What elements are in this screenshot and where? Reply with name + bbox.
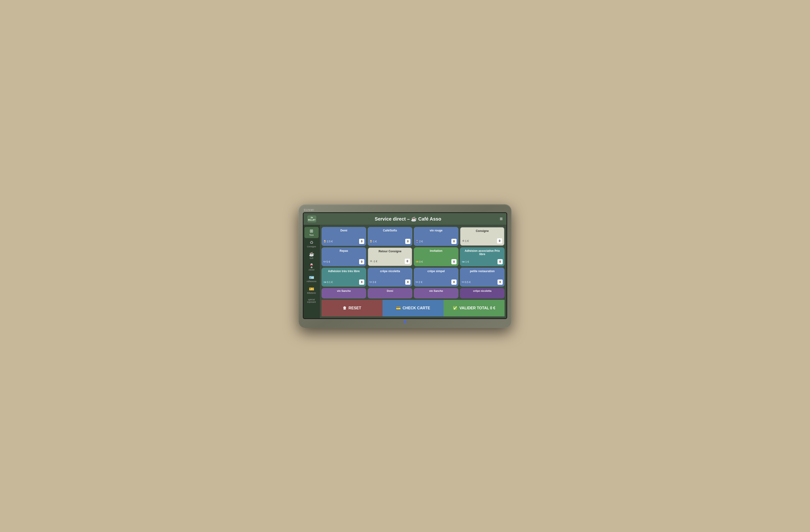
qty-vin: 0 — [451, 239, 457, 244]
price-petite-resto: 🍽 0.5 € — [462, 281, 471, 284]
validate-icon: ✅ — [453, 306, 457, 310]
card-bottom-adhesion-libre: 🪪 0.1 € 0 — [323, 279, 364, 285]
sidebar-item-alcool[interactable]: 🍷 Alcool — [305, 262, 319, 273]
qty-invitation: 0 — [451, 259, 457, 264]
card-bottom-petite-resto: 🍽 0.5 € 0 — [462, 279, 503, 285]
qty-adhesion-asso: 0 — [498, 259, 503, 264]
device-bottom — [303, 319, 507, 324]
product-repas[interactable]: Repas 🍽 5 € 0 — [322, 247, 366, 266]
sidebar-label-billetterie: Billetterie — [307, 292, 316, 294]
qty-cafe: 0 — [405, 239, 410, 244]
product-adhesion-libre[interactable]: Adhésion très très libre 🪪 0.1 € 0 — [322, 268, 366, 287]
product-crepe-nicoletta-2[interactable]: crêpe nicoletta — [460, 288, 505, 299]
sidebar-item-adhesions[interactable]: 🪪 Adhésions — [305, 273, 319, 285]
alcool-icon: 🍷 — [309, 264, 314, 268]
check-carte-button[interactable]: 💳 CHECK CARTE — [383, 300, 443, 317]
product-name-crepe-nicoletta-2: crêpe nicoletta — [462, 289, 502, 292]
check-label: CHECK CARTE — [403, 306, 430, 310]
reset-label: RESET — [349, 306, 361, 310]
product-retour-consigne[interactable]: Retour Consigne ♻ -1 € 0 — [368, 247, 412, 266]
content-area: Demi 🍺 2.5 € 0 Café/Softs — [320, 225, 506, 318]
product-crepe-simpel[interactable]: crêpe simpel 🍽 2 € 0 — [414, 268, 458, 287]
menu-icon[interactable]: ≡ — [500, 216, 503, 222]
product-name-vin-rouge: vin rouge — [416, 229, 457, 232]
price-adhesion-libre: 🪪 0.1 € — [323, 281, 333, 284]
logo: 2eBILLET — [307, 215, 316, 223]
card-bottom-crepe-nicoletta: 🍽 3 € 0 — [370, 279, 410, 285]
sidebar: ⊞ Tous ♻ Consigne ☕ Soft 🍷 Alcool 🪪 — [304, 225, 320, 318]
price-retour: ♻ -1 € — [370, 260, 377, 263]
product-demi-2[interactable]: Demi — [368, 288, 412, 299]
price-vin: 🍷 2 € — [416, 240, 423, 243]
price-repas: 🍽 5 € — [323, 260, 330, 263]
product-name-adhesion-libre: Adhésion très très libre — [323, 270, 364, 273]
device: SUNMI 2eBILLET Service direct – ☕ Café A… — [298, 204, 512, 328]
price-crepe-simpel: 🍽 2 € — [416, 281, 422, 284]
power-led — [404, 321, 406, 323]
product-name-petite-resto: petite restauration — [462, 270, 503, 273]
validate-label: VALIDER TOTAL 0 € — [459, 306, 496, 310]
logo-text: 2eBILLET — [308, 216, 315, 221]
product-grid-row1: Demi 🍺 2.5 € 0 Café/Softs — [322, 227, 505, 246]
price-crepe-nicoletta: 🍽 3 € — [370, 281, 376, 284]
product-invitation[interactable]: Invitation 🎫 0 € 0 — [414, 247, 458, 266]
sidebar-item-tous[interactable]: ⊞ Tous — [305, 227, 319, 238]
product-crepe-nicoletta[interactable]: crêpe nicoletta 🍽 3 € 0 — [368, 268, 412, 287]
product-consigne[interactable]: Consigne ♻ 1 € 0 — [460, 227, 505, 246]
product-grid-row3: Adhésion très très libre 🪪 0.1 € 0 crêpe… — [322, 268, 505, 287]
product-name-demi-2: Demi — [370, 289, 410, 292]
product-vin-rouge[interactable]: vin rouge 🍷 2 € 0 — [414, 227, 458, 246]
card-bottom-retour: ♻ -1 € 0 — [370, 259, 410, 264]
qty-petite-resto: 0 — [498, 279, 503, 285]
billetterie-icon: 🎫 — [309, 287, 314, 291]
reset-icon: 🗑 — [343, 306, 346, 310]
sidebar-item-billetterie[interactable]: 🎫 Billetterie — [305, 285, 319, 296]
product-name-retour: Retour Consigne — [370, 250, 410, 253]
sidebar-item-special[interactable]: spécial exposant — [305, 296, 319, 305]
product-name-vin-sancho-2: vin Sancho — [416, 289, 456, 292]
card-bottom-crepe-simpel: 🍽 2 € 0 — [416, 279, 457, 285]
sidebar-item-consigne[interactable]: ♻ Consigne — [305, 239, 319, 250]
sidebar-label-alcool: Alcool — [308, 269, 314, 271]
sidebar-label-special: spécial exposant — [305, 299, 318, 303]
price-cafe: 🍺 1 € — [370, 240, 377, 243]
qty-crepe-nicoletta: 0 — [405, 279, 410, 285]
product-cafe-softs[interactable]: Café/Softs 🍺 1 € 0 — [368, 227, 412, 246]
product-grid-row2: Repas 🍽 5 € 0 Retour Consigne — [322, 247, 505, 266]
product-demi[interactable]: Demi 🍺 2.5 € 0 — [322, 227, 366, 246]
card-bottom-invitation: 🎫 0 € 0 — [416, 259, 457, 264]
product-name-cafe-softs: Café/Softs — [370, 229, 410, 232]
sidebar-item-soft[interactable]: ☕ Soft — [305, 250, 319, 261]
tous-icon: ⊞ — [310, 229, 313, 233]
price-invitation: 🎫 0 € — [416, 260, 423, 263]
product-vin-sancho-1[interactable]: vin Sancho — [322, 288, 366, 299]
logo-box: 2eBILLET — [307, 215, 316, 223]
soft-icon: ☕ — [309, 252, 314, 256]
product-adhesion-asso[interactable]: Adhésion associative Prix libre 🪪 1 € 0 — [460, 247, 505, 266]
qty-crepe-simpel: 0 — [451, 279, 457, 285]
product-name-vin-sancho-1: vin Sancho — [324, 289, 364, 292]
product-name-adhesion-asso: Adhésion associative Prix libre — [462, 249, 503, 256]
check-icon: 💳 — [396, 306, 401, 310]
reset-button[interactable]: 🗑 RESET — [322, 300, 383, 317]
sidebar-label-adhesions: Adhésions — [306, 280, 316, 283]
product-name-consigne: Consigne — [462, 229, 502, 232]
product-grid-row4: vin Sancho Demi vin Sancho crêpe nicolet… — [322, 288, 505, 299]
product-petite-restauration[interactable]: petite restauration 🍽 0.5 € 0 — [460, 268, 505, 287]
price-icon-demi: 🍺 — [323, 240, 326, 243]
qty-demi: 0 — [359, 239, 364, 244]
product-name-demi: Demi — [323, 229, 364, 232]
card-bottom-adhesion-asso: 🪪 1 € 0 — [462, 259, 503, 264]
adhesions-icon: 🪪 — [309, 275, 314, 279]
qty-retour: 0 — [405, 259, 410, 264]
product-vin-sancho-2[interactable]: vin Sancho — [414, 288, 458, 299]
card-bottom-repas: 🍽 5 € 0 — [323, 259, 364, 264]
validate-button[interactable]: ✅ VALIDER TOTAL 0 € — [443, 300, 505, 317]
card-bottom-cafe: 🍺 1 € 0 — [370, 239, 410, 244]
sidebar-label-consigne: Consigne — [307, 245, 316, 248]
action-buttons: 🗑 RESET 💳 CHECK CARTE ✅ VALIDER TOTAL 0 … — [322, 300, 505, 317]
product-name-repas: Repas — [323, 249, 364, 253]
price-demi: 🍺 2.5 € — [323, 240, 333, 243]
product-name-crepe-simpel: crêpe simpel — [416, 270, 457, 273]
qty-repas: 0 — [359, 259, 364, 264]
